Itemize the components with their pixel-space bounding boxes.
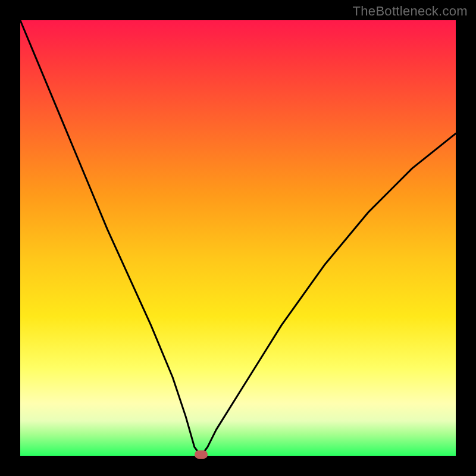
plot-area [20,20,456,456]
bottleneck-curve [20,20,456,456]
watermark-text: TheBottleneck.com [353,4,468,19]
chart-frame: TheBottleneck.com [0,0,476,476]
optimal-marker [195,450,208,459]
